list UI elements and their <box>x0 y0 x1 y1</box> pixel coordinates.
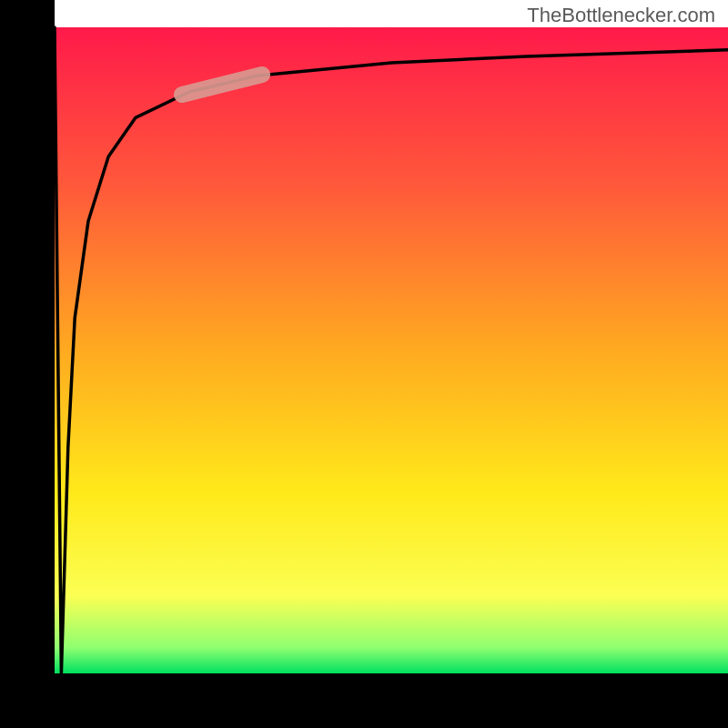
y-axis-band <box>0 0 55 728</box>
plot-background <box>55 27 728 673</box>
bottleneck-chart <box>0 0 728 728</box>
watermark-text: TheBottlenecker.com <box>527 4 715 27</box>
x-axis-band <box>0 673 728 728</box>
chart-container: TheBottlenecker.com <box>0 0 728 728</box>
